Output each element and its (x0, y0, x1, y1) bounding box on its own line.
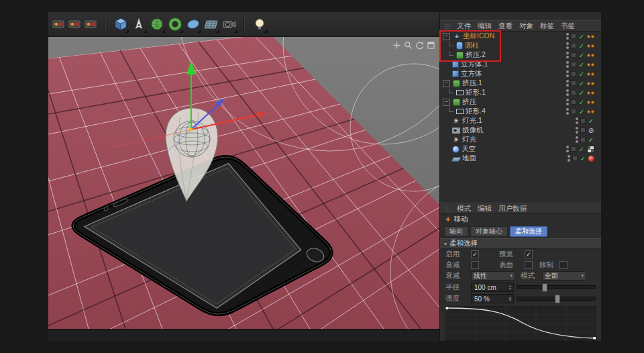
object-row[interactable]: 摄像机 ⊘ (440, 125, 601, 135)
enabled-check-icon[interactable]: ✓ (580, 155, 586, 162)
mode-dropdown[interactable]: 全部▾ (542, 271, 586, 281)
visibility-dots-toggle[interactable] (568, 155, 570, 162)
material-tag-icon[interactable] (588, 156, 594, 162)
enabled-check-icon[interactable]: ✓ (578, 42, 585, 50)
cube-primitive-icon[interactable] (111, 15, 129, 34)
clip-icon-1[interactable] (51, 17, 66, 31)
visibility-dots-toggle[interactable] (566, 108, 569, 115)
axis-tag-icon[interactable] (587, 54, 594, 57)
render-toggle[interactable] (580, 128, 586, 133)
visibility-dots-toggle[interactable] (576, 127, 578, 134)
object-row[interactable]: 矩形.1 ✓ (440, 88, 601, 97)
rotate-icon[interactable] (415, 40, 424, 50)
tab-axis[interactable]: 轴向 (444, 226, 468, 237)
preview-checkbox[interactable]: ✓ (525, 250, 533, 258)
texture-tag-icon[interactable] (587, 146, 594, 153)
render-toggle[interactable] (571, 34, 576, 39)
render-toggle[interactable] (571, 99, 576, 105)
panel-grip-icon[interactable] (444, 206, 449, 211)
menu-view[interactable]: 查看 (498, 21, 513, 31)
render-toggle[interactable] (580, 137, 586, 142)
collapse-toggle[interactable]: − (443, 80, 450, 87)
visibility-dots-toggle[interactable] (566, 146, 569, 152)
array-grid-icon[interactable] (202, 15, 220, 34)
enabled-check-icon[interactable]: ✓ (578, 89, 585, 97)
maximize-icon[interactable] (426, 40, 435, 50)
render-toggle[interactable] (571, 81, 576, 86)
object-row[interactable]: ☀ 灯光 ✓ (440, 135, 601, 144)
curve-point-start[interactable] (446, 307, 449, 310)
axis-tag-icon[interactable] (587, 72, 594, 76)
clip-icon-3[interactable] (83, 17, 98, 31)
camera-off-icon[interactable]: ⊘ (588, 127, 594, 134)
visibility-dots-toggle[interactable] (566, 61, 569, 68)
restrict-checkbox[interactable] (559, 261, 568, 269)
gizmo-origin[interactable] (190, 128, 193, 132)
enabled-check-icon[interactable]: ✓ (578, 33, 585, 40)
visibility-dots-toggle[interactable] (566, 33, 569, 40)
enabled-check-icon[interactable]: ✓ (578, 70, 585, 78)
radius-field[interactable]: 100 cm▲▼ (471, 283, 514, 292)
object-row[interactable]: 立方体 ✓ (440, 69, 601, 79)
enabled-check-icon[interactable]: ✓ (578, 108, 585, 115)
enabled-check-icon[interactable]: ✓ (578, 99, 585, 106)
visibility-dots-toggle[interactable] (566, 42, 569, 49)
object-row[interactable]: − 挤压.1 ✓ (440, 79, 601, 88)
camera-icon[interactable] (220, 15, 238, 34)
object-row[interactable]: 天空 ✓ (440, 144, 601, 154)
enabled-check-icon[interactable]: ✓ (578, 146, 585, 153)
axis-tag-icon[interactable] (587, 101, 594, 104)
collapse-toggle[interactable]: − (443, 99, 450, 106)
menu-user-data[interactable]: 用户数据 (498, 204, 527, 213)
menu-bookmarks[interactable]: 书签 (561, 21, 575, 31)
menu-object[interactable]: 对象 (519, 21, 533, 31)
menu-mode[interactable]: 模式 (457, 204, 471, 213)
render-toggle[interactable] (572, 156, 578, 161)
visibility-dots-toggle[interactable] (566, 89, 569, 96)
volume-icon[interactable] (184, 15, 202, 34)
menu-edit[interactable]: 编辑 (478, 21, 492, 31)
menu-file[interactable]: 文件 (457, 21, 471, 31)
object-row[interactable]: − 挤压 ✓ (440, 97, 601, 107)
radius-slider[interactable] (517, 285, 596, 289)
strength-slider[interactable] (517, 297, 596, 301)
render-toggle[interactable] (571, 90, 576, 95)
visibility-dots-toggle[interactable] (576, 136, 578, 143)
render-toggle[interactable] (571, 146, 576, 152)
axis-tag-icon[interactable] (587, 110, 594, 113)
enable-checkbox[interactable]: ✓ (471, 250, 479, 258)
menu-am-edit[interactable]: 编辑 (478, 204, 492, 213)
visibility-dots-toggle[interactable] (566, 52, 569, 58)
strength-field[interactable]: 50 %▲▼ (471, 294, 514, 303)
viewport-3d-scene[interactable] (48, 37, 439, 329)
render-toggle[interactable] (571, 52, 576, 58)
object-row[interactable]: ☀ 灯光.1 ✓ (440, 116, 601, 125)
render-toggle[interactable] (580, 118, 586, 123)
falloff-checkbox[interactable] (471, 261, 479, 269)
visibility-dots-toggle[interactable] (566, 99, 569, 105)
visibility-dots-toggle[interactable] (566, 70, 569, 77)
visibility-dots-toggle[interactable] (576, 117, 578, 124)
enabled-check-icon[interactable]: ✓ (578, 61, 585, 68)
panel-grip-icon[interactable] (444, 23, 449, 29)
menu-tags[interactable]: 标签 (540, 21, 554, 31)
surface-checkbox[interactable] (525, 261, 533, 269)
axis-tag-icon[interactable] (587, 63, 594, 66)
zoom-icon[interactable] (403, 40, 413, 50)
visibility-dots-toggle[interactable] (566, 80, 569, 87)
spline-pen-icon[interactable] (129, 15, 148, 34)
light-icon[interactable] (250, 15, 268, 34)
axis-tag-icon[interactable] (587, 44, 594, 48)
render-toggle[interactable] (571, 43, 576, 48)
enabled-check-icon[interactable]: ✓ (578, 52, 585, 59)
tab-object-axis[interactable]: 对象轴心 (470, 226, 508, 237)
tab-soft-selection[interactable]: 柔和选择 (510, 226, 547, 237)
falloff-curve-editor[interactable] (445, 306, 596, 344)
falloff-dropdown[interactable]: 线性▾ (471, 271, 515, 281)
render-toggle[interactable] (571, 62, 576, 67)
radius-slider-knob[interactable] (542, 283, 547, 292)
render-toggle[interactable] (571, 109, 576, 114)
pan-icon[interactable] (392, 40, 401, 50)
object-row[interactable]: 地面 ✓ (440, 154, 601, 163)
clip-icon-2[interactable] (67, 17, 82, 31)
